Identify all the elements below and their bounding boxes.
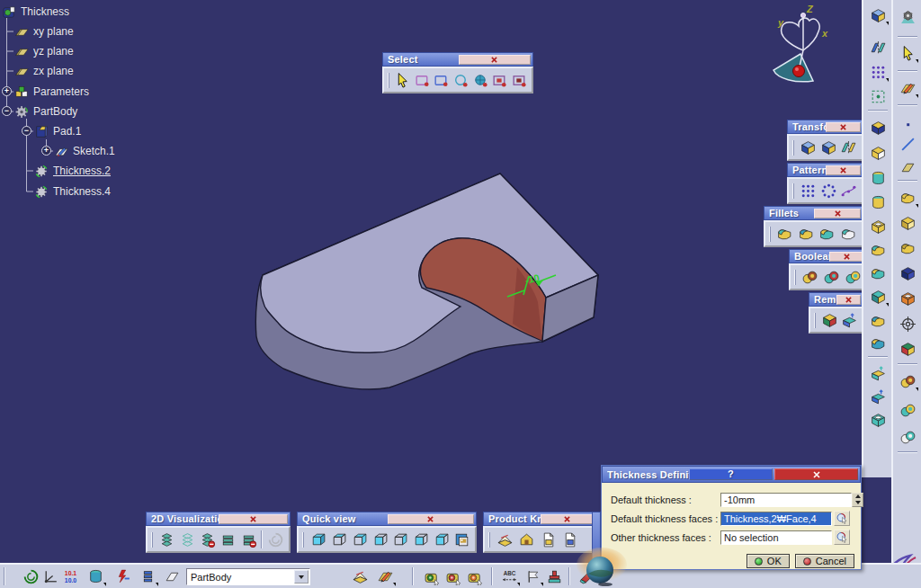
dialog-help-button[interactable]: ? [689, 468, 773, 480]
front-view-icon[interactable] [328, 529, 349, 550]
pattern-tool-icon[interactable] [867, 61, 890, 83]
flag-note-icon[interactable] [522, 566, 543, 586]
selection-paint-icon[interactable] [452, 69, 471, 91]
combo-dropdown-button[interactable] [294, 570, 308, 584]
remove-icon[interactable] [842, 266, 863, 288]
current-solid-icon[interactable] [85, 566, 106, 586]
stiffener-icon[interactable] [867, 286, 890, 307]
thickness-tool-icon[interactable] [897, 288, 919, 309]
face-fillet-icon[interactable] [817, 223, 838, 245]
ok-button[interactable]: OK [747, 554, 790, 568]
translate-tool-icon[interactable] [867, 4, 890, 26]
rotate-icon[interactable] [818, 137, 839, 158]
measure-between-icon[interactable] [421, 566, 443, 586]
vis2d-toolbar-grip[interactable] [151, 532, 153, 548]
close-surface-icon[interactable] [867, 409, 890, 431]
tree-node-label[interactable]: zx plane [33, 65, 74, 77]
layer-stack-icon[interactable] [137, 566, 158, 586]
select-toolbar-grip[interactable] [388, 73, 389, 88]
vis-swirl-icon[interactable] [265, 529, 286, 550]
fillets-toolbar-grip[interactable] [769, 227, 771, 242]
apply-stamp-icon[interactable] [543, 566, 565, 586]
mirror-icon[interactable] [838, 137, 859, 158]
thickness-spinner[interactable] [852, 493, 863, 507]
dialog-field-value[interactable]: -10mm [720, 493, 852, 507]
boolean-toolbar-close-icon[interactable] [829, 252, 866, 262]
plates-flat-clip-icon[interactable] [238, 529, 259, 550]
selection-polygon-icon[interactable] [432, 69, 452, 91]
view-compass[interactable]: Z y x [773, 4, 828, 82]
translate-icon[interactable] [798, 137, 818, 158]
loft-icon[interactable] [867, 310, 890, 332]
prodknow-toolbar-grip[interactable] [488, 532, 490, 548]
collapse-node-icon[interactable]: − [2, 106, 12, 116]
vis2d-toolbar-titlebar[interactable]: 2D Visualization Mode [146, 512, 291, 526]
plane-icon[interactable] [897, 156, 919, 178]
pocket-icon[interactable] [867, 142, 890, 164]
face-picker-button[interactable] [834, 530, 850, 545]
tree-node-label[interactable]: Sketch.1 [73, 145, 115, 157]
knowledge-book-icon[interactable] [349, 566, 371, 586]
removed-loft-icon[interactable] [867, 333, 890, 354]
tree-node-thickness-4[interactable]: Thickness.4 [34, 183, 111, 200]
pad-icon[interactable] [867, 117, 890, 138]
tree-node-label[interactable]: Thickness [21, 5, 69, 18]
tree-node-label[interactable]: Thickness.4 [53, 185, 111, 198]
collapse-node-icon[interactable]: − [22, 126, 31, 136]
rect-pattern-icon[interactable] [798, 180, 818, 201]
back-view-icon[interactable] [349, 529, 370, 550]
remove-toolbar-close-icon[interactable] [836, 295, 861, 305]
compass-origin[interactable] [793, 66, 805, 77]
tools-gear-icon[interactable] [897, 5, 919, 27]
replace-face-icon[interactable] [839, 309, 859, 331]
iso-view-icon[interactable] [308, 529, 328, 550]
quickview-toolbar-close-icon[interactable] [388, 514, 475, 524]
axis-system-icon[interactable] [40, 566, 61, 586]
remove-toolbar-titlebar[interactable]: Remo... [809, 292, 863, 307]
surface-mode-icon[interactable] [161, 566, 183, 586]
tree-node-xy-plane[interactable]: xy plane [14, 23, 74, 40]
tritangent-fillet-icon[interactable] [838, 223, 860, 245]
bottom-view-icon[interactable] [431, 529, 452, 550]
top-view-icon[interactable] [410, 529, 431, 550]
patterns-toolbar-close-icon[interactable] [826, 165, 861, 175]
select-cursor-icon[interactable] [897, 42, 919, 64]
boolean-toolbar-grip[interactable] [794, 270, 796, 285]
tree-node-label[interactable]: Parameters [33, 85, 89, 98]
select-arrow-icon[interactable] [393, 69, 413, 91]
tree-node-partbody[interactable]: −PartBody [14, 103, 77, 120]
groove-icon[interactable] [867, 192, 890, 213]
fillets-toolbar-titlebar[interactable]: Fillets [764, 206, 863, 220]
dimension-display-icon[interactable]: 10.110.0 [59, 566, 81, 586]
shell-icon[interactable] [897, 263, 919, 284]
dialog-close-button[interactable] [774, 468, 858, 480]
boolean-toolbar-titlebar[interactable]: Boolean O... [789, 249, 868, 263]
text-annotation-icon[interactable]: ABC [498, 566, 520, 586]
tap-thread-icon[interactable] [897, 313, 919, 334]
selection-intersect-icon[interactable] [490, 69, 510, 91]
thick-surface-icon[interactable] [867, 362, 890, 384]
expand-node-icon[interactable]: + [2, 86, 12, 96]
face-picker-button[interactable] [834, 511, 850, 526]
select-toolbar-titlebar[interactable]: Select [382, 52, 533, 67]
remove-face-icon[interactable] [819, 309, 839, 331]
user-pattern-icon[interactable] [838, 180, 859, 201]
measure-inertia-icon[interactable] [464, 566, 486, 586]
transform-toolbar-close-icon[interactable] [826, 122, 861, 132]
expand-node-icon[interactable]: + [41, 146, 51, 156]
remove-face-tool-icon[interactable] [897, 338, 919, 360]
add-bool-icon[interactable] [897, 399, 919, 421]
catalog-icon[interactable] [537, 529, 559, 550]
point-icon[interactable] [897, 113, 919, 135]
plates-wire-icon[interactable] [177, 529, 198, 550]
tree-node-label[interactable]: PartBody [33, 105, 77, 118]
dialog-titlebar[interactable]: Thickness Definition ? [602, 466, 861, 483]
fillet-icon[interactable] [897, 187, 919, 209]
slot-icon[interactable] [867, 263, 890, 284]
edge-fillet-icon[interactable] [774, 223, 796, 245]
prodknow-toolbar-close-icon[interactable] [541, 514, 595, 524]
tree-node-thickness[interactable]: Thickness [2, 4, 69, 20]
fillets-toolbar-close-icon[interactable] [814, 209, 861, 218]
draft-icon[interactable] [897, 237, 919, 259]
plates-flat-icon[interactable] [218, 529, 238, 550]
